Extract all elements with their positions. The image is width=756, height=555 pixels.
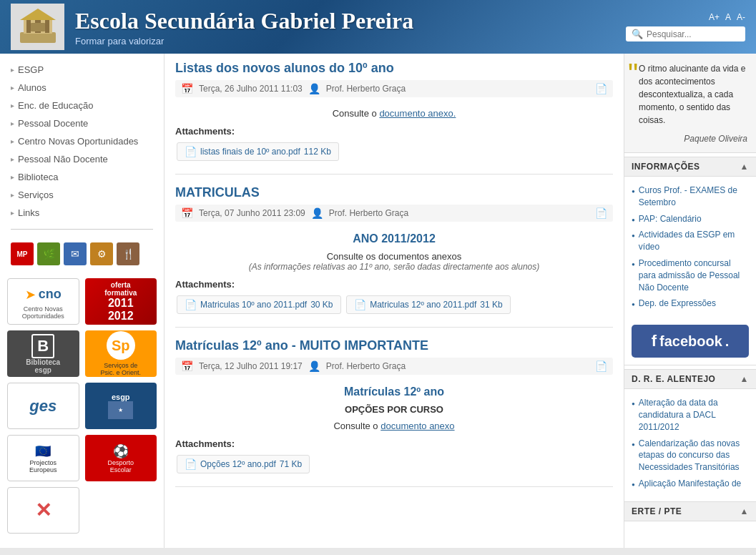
nav-pessoal-docente[interactable]: Pessoal Docente (0, 114, 164, 132)
article-3: Matrículas 12º ano - MUITO IMPORTANTE 📅 … (175, 338, 613, 487)
nav-biblioteca[interactable]: Biblioteca (0, 168, 164, 186)
info-link-2[interactable]: PAP: Calendário (639, 213, 702, 225)
header-title-block: Escola Secundária Gabriel Pereira Formar… (75, 8, 626, 46)
site-header: Escola Secundária Gabriel Pereira Formar… (0, 0, 756, 54)
servicos-logo: Sp (107, 331, 135, 360)
site-title: Escola Secundária Gabriel Pereira (75, 8, 626, 34)
informacoes-list: Curos Prof. - EXAMES de Setembro PAP: Ca… (624, 177, 756, 318)
erte-section-header: ERTE / PTE ▲ (624, 501, 756, 521)
dre-item-1: Alteração da data da candidatura a DACL … (632, 395, 749, 435)
dre-link-2[interactable]: Calendarização das novas etapas do concu… (639, 438, 749, 473)
svg-rect-3 (26, 20, 31, 33)
nav-servicos[interactable]: Serviços (0, 186, 164, 204)
attachment-1-1-name: listas finais de 10º ano.pdf (200, 147, 300, 157)
icon-fork[interactable]: 🍴 (117, 242, 139, 265)
article-3-body-text: Consulte o documento anexo (175, 421, 613, 431)
article-1-author: Prof. Herberto Graça (326, 84, 406, 94)
svg-rect-5 (45, 20, 49, 33)
attachment-3-1[interactable]: 📄 Opções 12º ano.pdf 71 Kb (177, 455, 310, 473)
dre-link-1[interactable]: Alteração da data da candidatura a DACL … (639, 397, 749, 433)
info-link-3[interactable]: Actividades da ESGP em vídeo (639, 229, 749, 253)
biblioteca-label: Bibliotecaesgp (26, 358, 60, 374)
article-2: MATRICULAS 📅 Terça, 07 Junho 2011 23:09 … (175, 185, 613, 328)
article-2-attachments: 📄 Matriculas 10º ano 2011.pdf 30 Kb 📄 Ma… (175, 293, 613, 316)
info-item-5: Dep. de Expressões (632, 295, 749, 312)
article-1-body-text: Consulte o (333, 108, 380, 119)
header-controls: A+ A A- 🔍 (626, 12, 745, 41)
banner-servicos[interactable]: Sp Serviços dePsic. e Orient. (85, 330, 157, 377)
search-input[interactable] (647, 29, 740, 39)
school-logo (11, 4, 64, 50)
article-1-body-link[interactable]: documento anexo. (379, 108, 456, 119)
article-3-body-link[interactable]: documento anexo (381, 421, 454, 431)
banner-esgp[interactable]: esgp ★ (85, 383, 157, 429)
article-3-meta: 📅 Terça, 12 Julho 2011 19:17 👤 Prof. Her… (175, 358, 613, 375)
erte-toggle[interactable]: ▲ (740, 506, 749, 516)
erte-label: ERTE / PTE (632, 506, 682, 516)
informacoes-toggle[interactable]: ▲ (740, 162, 749, 172)
attachment-1-1-size: 112 Kb (304, 147, 331, 157)
icon-mail[interactable]: ✉ (64, 242, 87, 265)
nav-links[interactable]: Links (0, 204, 164, 222)
article-2-body: ANO 2011/2012 Consulte os documentos ane… (175, 229, 613, 279)
quote-box: O ritmo alucinante da vida e dos acontec… (624, 54, 756, 153)
article-1-body: Consulte o documento anexo. (175, 104, 613, 126)
info-item-4: Procedimento concursal para admissão de … (632, 255, 749, 295)
info-item-1: Curos Prof. - EXAMES de Setembro (632, 182, 749, 211)
banner-projectos[interactable]: 🇪🇺 ProjectosEuropeus (7, 435, 79, 481)
info-link-1[interactable]: Curos Prof. - EXAMES de Setembro (639, 185, 749, 209)
calendar-icon-1: 📅 (181, 83, 193, 94)
ges-label: ges (29, 397, 57, 416)
article-1-attachments: 📄 listas finais de 10º ano.pdf 112 Kb (175, 140, 613, 163)
icon-gear[interactable]: ⚙ (90, 242, 113, 265)
facebook-button[interactable]: f facebook. (632, 325, 749, 358)
banner-ges[interactable]: ges (7, 383, 79, 429)
banner-biblioteca[interactable]: B Bibliotecaesgp (7, 330, 79, 377)
icon-leaf[interactable]: 🌿 (37, 242, 60, 265)
article-2-highlight: ANO 2011/2012 (175, 232, 613, 245)
nav-esgp[interactable]: ESGP (0, 61, 164, 79)
banner-cno[interactable]: ➤ cno Centro NovasOportunidades (7, 278, 79, 325)
attachment-2-1-name: Matriculas 10º ano 2011.pdf (200, 300, 307, 310)
banner-desporto[interactable]: ⚽ DesportoEscolar (85, 435, 157, 481)
article-2-attachments-label: Attachments: (175, 279, 613, 290)
article-1: Listas dos novos alunos do 10º ano 📅 Ter… (175, 61, 613, 175)
font-medium-button[interactable]: A (725, 12, 731, 22)
article-1-title[interactable]: Listas dos novos alunos do 10º ano (175, 61, 613, 76)
pdf-icon-3: 📄 (595, 360, 607, 372)
attachment-2-1[interactable]: 📄 Matriculas 10º ano 2011.pdf 30 Kb (177, 295, 341, 314)
svg-rect-6 (31, 23, 45, 31)
attachment-1-1[interactable]: 📄 listas finais de 10º ano.pdf 112 Kb (177, 142, 339, 161)
attachment-2-2[interactable]: 📄 Matriculas 12º ano 2011.pdf 31 Kb (346, 295, 511, 314)
nav-alunos[interactable]: Alunos (0, 79, 164, 97)
article-1-attachments-label: Attachments: (175, 126, 613, 137)
info-link-5[interactable]: Dep. de Expressões (639, 298, 716, 310)
font-small-button[interactable]: A- (737, 12, 745, 22)
pdf-icon-2: 📄 (595, 207, 607, 219)
dre-link-3[interactable]: Aplicação Manifestação de (639, 478, 741, 490)
nav-pessoal-nao-docente[interactable]: Pessoal Não Docente (0, 150, 164, 168)
sidebar-icon-row: MP 🌿 ✉ ⚙ 🍴 (0, 237, 164, 271)
article-2-title[interactable]: MATRICULAS (175, 185, 613, 200)
informacoes-label: INFORMAÇÕES (632, 162, 700, 172)
informacoes-section-header: INFORMAÇÕES ▲ (624, 157, 756, 177)
nav-enc-educacao[interactable]: Enc. de Educação (0, 97, 164, 114)
pdf-attach-icon: 📄 (185, 146, 197, 157)
banner-x[interactable]: ✕ (7, 487, 79, 534)
article-3-author: Prof. Herberto Graça (326, 361, 406, 371)
sidebar-banners: ➤ cno Centro NovasOportunidades ofertafo… (0, 271, 164, 541)
nav-centro-novas[interactable]: Centro Novas Oportunidades (0, 132, 164, 150)
dre-item-3: Aplicação Manifestação de (632, 476, 749, 492)
font-large-button[interactable]: A+ (709, 12, 720, 22)
info-link-4[interactable]: Procedimento concursal para admissão de … (639, 257, 749, 293)
user-icon-2: 👤 (311, 207, 323, 219)
pdf-icon-1: 📄 (595, 83, 607, 94)
icon-mp[interactable]: MP (11, 242, 34, 265)
dre-toggle[interactable]: ▲ (740, 374, 749, 384)
banner-oferta[interactable]: ofertaformativa 20112012 (85, 278, 157, 325)
attachment-2-2-size: 31 Kb (480, 300, 502, 310)
search-box: 🔍 (626, 26, 745, 41)
oferta-year: 20112012 (108, 297, 134, 323)
article-3-title[interactable]: Matrículas 12º ano - MUITO IMPORTANTE (175, 338, 613, 353)
article-3-body: Matrículas 12º ano OPÇÕES POR CURSO Cons… (175, 382, 613, 438)
